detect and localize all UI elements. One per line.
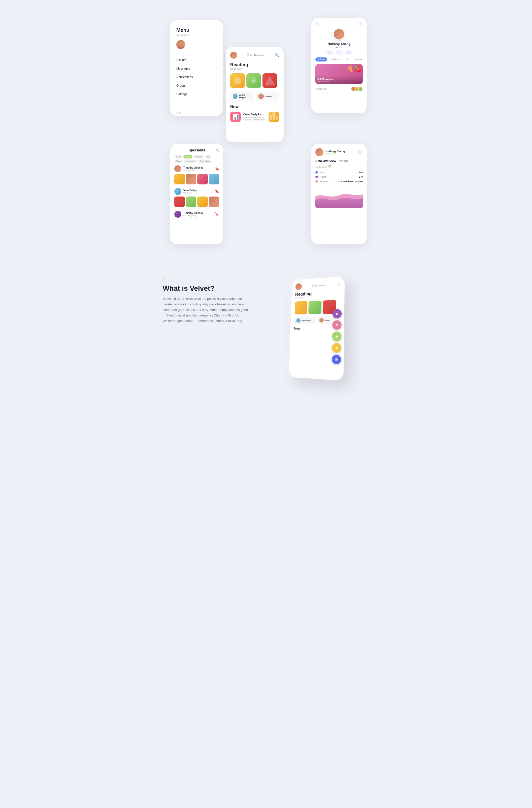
back-icon[interactable] <box>315 22 319 26</box>
data-avatar <box>315 148 324 156</box>
fab-play[interactable]: ▶ <box>332 309 342 318</box>
p3d-avatar <box>295 283 302 290</box>
stat-dot-items <box>315 171 318 173</box>
filter-travel[interactable]: Travel <box>183 155 192 159</box>
book-grid <box>230 73 279 88</box>
menu-item-notifications[interactable]: Notifications <box>176 73 217 81</box>
sp-avatar-2 <box>174 188 181 195</box>
specialist-person-3: Timothy Lindsey Cummingsburg 🔖 <box>174 210 219 218</box>
p3d-thumb-1 <box>295 301 308 314</box>
fab-add[interactable]: + <box>332 332 341 341</box>
profile-center: Huifang Sheng <box>315 28 363 48</box>
facebook-btn[interactable]: f <box>335 50 343 55</box>
section-heading: What is Velvet? <box>163 284 249 293</box>
sp-bookmark-1[interactable]: 🔖 <box>215 167 219 171</box>
create-avatars <box>352 87 363 91</box>
back-icon[interactable]: ‹ <box>174 148 178 152</box>
p3d-pname-2: Jeane <box>325 319 330 321</box>
profile-dots <box>336 47 342 48</box>
banner-date: Nov 12 Motivate <box>317 80 361 82</box>
bottom-section: 1 What is Velvet? Velvet UI Kit an allus… <box>158 267 374 388</box>
stat-dot-rating <box>315 176 318 178</box>
filter-fashion[interactable]: Fashion <box>194 155 204 159</box>
reading-people: Angel Hayes Jeane <box>230 91 279 101</box>
sp-bookmark-2[interactable]: 🔖 <box>215 189 219 194</box>
tab-data-overview[interactable]: Data Overview <box>315 159 336 163</box>
banner-food-art: 🍕🍓 <box>346 65 362 72</box>
wave-chart <box>315 185 363 208</box>
stat-rating: Rating 640 <box>315 176 363 178</box>
reading-subtitle: Up to date <box>230 68 279 70</box>
tab-bio[interactable]: Bio <box>344 57 351 61</box>
profile-banner: 🍕🍓 Self Motivation Nov 12 Motivate <box>315 64 363 84</box>
create-post-btn[interactable]: Create post <box>315 88 351 90</box>
data-options-btn[interactable] <box>357 149 363 155</box>
filter-inspiration[interactable]: Inspiration <box>184 160 197 163</box>
sp-img-1b <box>186 174 197 184</box>
sp-bookmark-3[interactable]: 🔖 <box>215 212 219 216</box>
p3d-pav-1 <box>296 318 300 323</box>
stat-value-items: 140 <box>359 171 363 173</box>
person-angel-name: Angel Hayes <box>239 94 251 99</box>
section-number: 1 <box>163 277 249 282</box>
reading-title: Reading <box>230 62 279 68</box>
person-jeane-avatar <box>258 93 264 99</box>
menu-item-notifications-dot <box>216 77 217 78</box>
calendar-icon[interactable]: 📅 <box>328 165 331 168</box>
tab-my-orders[interactable]: My ord <box>339 159 348 163</box>
specialist-person-2: Vera Bailey West Olaf 🔖 <box>174 188 219 207</box>
stat-dot-followers <box>315 180 318 183</box>
menu-item-messages[interactable]: Messages <box>176 64 217 73</box>
menu-exit[interactable]: Exit <box>176 111 217 115</box>
svg-rect-7 <box>273 112 275 120</box>
data-date-row: 11-29-2017 📅 <box>315 165 363 168</box>
tab-events[interactable]: Events <box>353 57 364 61</box>
sp-img-2b <box>186 197 197 207</box>
stat-label-rating: Rating <box>320 176 357 178</box>
instagram-btn[interactable]: in <box>345 50 352 55</box>
menu-item-orders[interactable]: Orders <box>176 81 217 90</box>
sp-avatar-1 <box>174 165 181 172</box>
data-card: Huifang Sheng Nyah Laney Data Overview M… <box>311 144 367 244</box>
description-block: 1 What is Velvet? Velvet UI Kit an allus… <box>163 277 249 324</box>
search-icon[interactable]: 🔍 <box>216 148 219 152</box>
tab-articles[interactable]: Articles <box>315 57 327 61</box>
page-wrapper: Menu Ina Wagner Explore Messages <box>153 0 379 398</box>
specialist-person-1: Timothy Lindsey Jadenmouth 🔖 <box>174 165 219 184</box>
profile-header-row <box>315 22 363 26</box>
filter-all[interactable]: All <box>205 155 211 159</box>
sp-handle-3: Cummingsburg <box>183 215 203 217</box>
create-av-3 <box>358 87 363 91</box>
new-item-desc: Self Motivation How To Keep Yourself Mot… <box>243 116 266 121</box>
filter-food[interactable]: Food <box>174 155 182 159</box>
p3d-search-icon <box>337 283 341 287</box>
menu-item-orders-dot <box>216 85 217 86</box>
search-icon[interactable]: 🔍 <box>275 53 279 57</box>
filter-technology[interactable]: Technology <box>198 160 212 163</box>
stat-followers: Followers 31% Men / 69% Women <box>315 180 363 183</box>
profile-card: Huifang Sheng t f in Articles Products B… <box>311 18 367 113</box>
tab-products[interactable]: Products <box>329 57 342 61</box>
sp-img-1c <box>197 174 208 184</box>
sp-images-1 <box>174 174 219 184</box>
stat-label-followers: Followers <box>320 180 336 183</box>
fab-heart[interactable]: ♥ <box>332 320 342 330</box>
menu-item-explore[interactable]: Explore <box>176 56 217 64</box>
menu-card: Menu Ina Wagner Explore Messages <box>170 20 223 116</box>
search-icon[interactable] <box>359 22 363 26</box>
svg-marker-5 <box>264 76 275 86</box>
fab-circle[interactable]: ⊕ <box>332 354 341 364</box>
p3d-header: Curtis Roberson <box>295 281 341 290</box>
person-jeane: Jeane <box>256 91 279 101</box>
data-username: Huifang Sheng <box>326 150 345 153</box>
filter-music[interactable]: Music <box>174 160 183 163</box>
sp-img-2d <box>209 197 219 207</box>
menu-item-explore-dot <box>216 59 217 60</box>
data-tabs-row: Data Overview My ord <box>315 159 363 163</box>
fab-star[interactable]: ★ <box>332 343 342 352</box>
menu-item-settings[interactable]: Settings <box>176 90 217 98</box>
twitter-btn[interactable]: t <box>326 50 333 55</box>
data-status: Nyah Laney <box>326 153 345 155</box>
new-item-info: Color Analytics Self Motivation How To K… <box>243 113 266 121</box>
book-thumb-1 <box>230 73 245 88</box>
